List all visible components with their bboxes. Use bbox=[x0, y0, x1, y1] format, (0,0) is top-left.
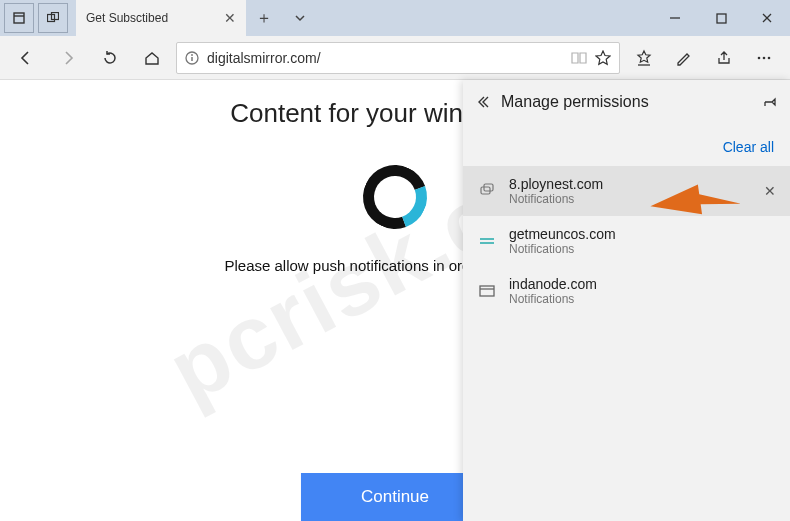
svg-point-14 bbox=[768, 56, 771, 59]
favorites-list-icon[interactable] bbox=[626, 40, 662, 76]
permission-domain: 8.ploynest.com bbox=[509, 176, 752, 192]
panel-title: Manage permissions bbox=[501, 93, 752, 111]
clear-row: Clear all bbox=[463, 124, 790, 166]
app-btn-2[interactable] bbox=[38, 3, 68, 33]
forward-button[interactable] bbox=[50, 40, 86, 76]
share-icon[interactable] bbox=[706, 40, 742, 76]
minimize-button[interactable] bbox=[652, 0, 698, 36]
home-button[interactable] bbox=[134, 40, 170, 76]
svg-rect-5 bbox=[717, 14, 726, 23]
tab-chevron-icon[interactable] bbox=[282, 11, 318, 25]
svg-rect-0 bbox=[14, 13, 24, 23]
permission-sub: Notifications bbox=[509, 242, 776, 256]
site-icon bbox=[477, 231, 497, 251]
toolbar-right-icons bbox=[626, 40, 782, 76]
site-icon bbox=[477, 281, 497, 301]
tab-title: Get Subsctibed bbox=[86, 11, 216, 25]
permission-text: indanode.com Notifications bbox=[509, 276, 776, 306]
svg-rect-19 bbox=[480, 286, 494, 296]
maximize-button[interactable] bbox=[698, 0, 744, 36]
favorite-star-icon[interactable] bbox=[595, 50, 611, 66]
close-window-button[interactable] bbox=[744, 0, 790, 36]
site-info-icon[interactable] bbox=[185, 51, 199, 65]
permission-sub: Notifications bbox=[509, 192, 752, 206]
permission-item[interactable]: 8.ploynest.com Notifications ✕ bbox=[463, 166, 790, 216]
permission-domain: getmeuncos.com bbox=[509, 226, 776, 242]
site-icon bbox=[477, 181, 497, 201]
svg-point-10 bbox=[191, 54, 193, 56]
url-input[interactable] bbox=[207, 50, 563, 66]
browser-tab[interactable]: Get Subsctibed ✕ bbox=[76, 0, 246, 36]
permission-text: 8.ploynest.com Notifications bbox=[509, 176, 752, 206]
app-btn-1[interactable] bbox=[4, 3, 34, 33]
refresh-button[interactable] bbox=[92, 40, 128, 76]
notes-icon[interactable] bbox=[666, 40, 702, 76]
more-menu-icon[interactable] bbox=[746, 40, 782, 76]
panel-header: Manage permissions bbox=[463, 80, 790, 124]
reading-view-icon[interactable] bbox=[571, 51, 587, 65]
permissions-panel: Manage permissions Clear all 8.ploynest.… bbox=[463, 80, 790, 521]
loading-spinner-icon bbox=[352, 154, 437, 239]
svg-point-12 bbox=[758, 56, 761, 59]
remove-permission-icon[interactable]: ✕ bbox=[764, 183, 776, 199]
svg-point-13 bbox=[763, 56, 766, 59]
back-button[interactable] bbox=[8, 40, 44, 76]
address-bar[interactable] bbox=[176, 42, 620, 74]
permissions-list: 8.ploynest.com Notifications ✕ getmeunco… bbox=[463, 166, 790, 316]
permission-item[interactable]: getmeuncos.com Notifications bbox=[463, 216, 790, 266]
panel-back-icon[interactable] bbox=[475, 94, 491, 110]
permission-domain: indanode.com bbox=[509, 276, 776, 292]
window-controls bbox=[652, 0, 790, 36]
permission-text: getmeuncos.com Notifications bbox=[509, 226, 776, 256]
continue-button[interactable]: Continue bbox=[301, 473, 489, 521]
permission-item[interactable]: indanode.com Notifications bbox=[463, 266, 790, 316]
permission-sub: Notifications bbox=[509, 292, 776, 306]
new-tab-button[interactable]: ＋ bbox=[246, 8, 282, 29]
browser-toolbar bbox=[0, 36, 790, 80]
clear-all-link[interactable]: Clear all bbox=[723, 139, 774, 155]
window-titlebar: Get Subsctibed ✕ ＋ bbox=[0, 0, 790, 36]
titlebar-left: Get Subsctibed ✕ ＋ bbox=[0, 0, 318, 36]
tab-close-icon[interactable]: ✕ bbox=[224, 10, 236, 26]
pin-icon[interactable] bbox=[762, 94, 778, 110]
